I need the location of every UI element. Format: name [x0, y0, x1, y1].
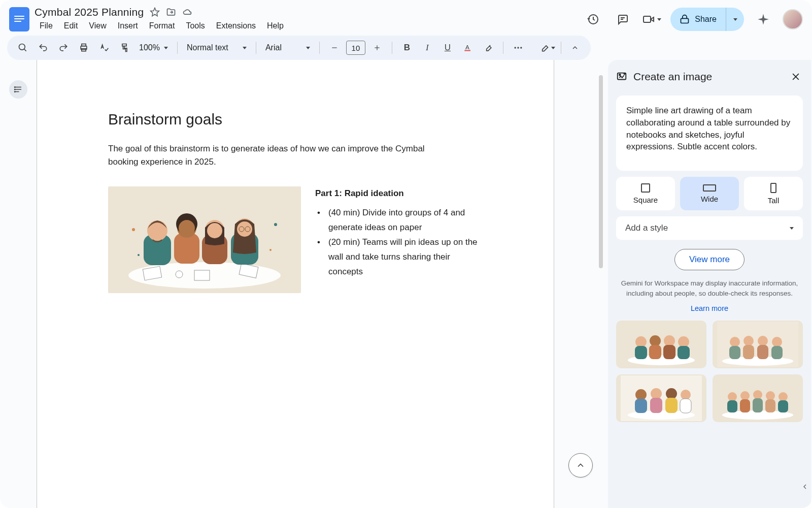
- menu-extensions[interactable]: Extensions: [211, 19, 261, 33]
- svg-point-46: [274, 223, 277, 226]
- svg-rect-66: [729, 346, 740, 359]
- meet-button[interactable]: [642, 13, 661, 25]
- scroll-to-top-button[interactable]: [568, 453, 593, 478]
- svg-point-59: [664, 335, 675, 346]
- document-title[interactable]: Cymbal 2025 Planning: [35, 6, 144, 18]
- menu-view[interactable]: View: [84, 19, 111, 33]
- aspect-wide[interactable]: Wide: [680, 177, 739, 210]
- inserted-image[interactable]: [108, 186, 301, 293]
- document-heading[interactable]: Brainstorm goals: [108, 111, 483, 128]
- menu-help[interactable]: Help: [262, 19, 289, 33]
- aspect-square[interactable]: Square: [616, 177, 675, 210]
- svg-point-69: [758, 336, 768, 346]
- svg-point-79: [666, 388, 677, 399]
- titlebar: Cymbal 2025 Planning File Edit View Inse…: [0, 0, 812, 36]
- cloud-status-icon[interactable]: [182, 7, 192, 17]
- document-intro[interactable]: The goal of this brainstorm is to genera…: [108, 142, 433, 168]
- scrollbar[interactable]: [599, 75, 603, 268]
- document-canvas[interactable]: Brainstorm goals The goal of this brains…: [37, 60, 605, 508]
- svg-marker-0: [151, 8, 159, 16]
- aspect-tall[interactable]: Tall: [744, 177, 803, 210]
- svg-rect-68: [743, 345, 754, 359]
- font-select[interactable]: Arial: [262, 43, 313, 52]
- text-color-icon[interactable]: A: [459, 39, 477, 56]
- share-button[interactable]: Share: [670, 8, 726, 31]
- menu-edit[interactable]: Edit: [59, 19, 83, 33]
- editing-mode-icon[interactable]: [538, 39, 556, 56]
- move-folder-icon[interactable]: [166, 7, 176, 17]
- history-icon[interactable]: [583, 9, 603, 29]
- suggestion-thumb[interactable]: [616, 374, 706, 422]
- svg-rect-58: [649, 345, 661, 359]
- font-size-input[interactable]: 10: [346, 41, 365, 55]
- list-item[interactable]: (20 min) Teams will pin ideas up on the …: [326, 235, 483, 279]
- bullet-list[interactable]: (40 min) Divide into groups of 4 and gen…: [315, 206, 483, 279]
- gemini-icon[interactable]: [753, 9, 773, 29]
- svg-point-18: [520, 47, 522, 48]
- menu-tools[interactable]: Tools: [181, 19, 210, 33]
- svg-point-57: [650, 335, 661, 346]
- svg-point-47: [269, 249, 272, 251]
- svg-rect-62: [678, 346, 690, 359]
- share-dropdown[interactable]: [726, 8, 744, 31]
- svg-rect-15: [464, 50, 470, 51]
- decrease-font-icon[interactable]: [326, 39, 343, 56]
- comments-icon[interactable]: [613, 9, 633, 29]
- menu-file[interactable]: File: [35, 19, 58, 33]
- menu-insert[interactable]: Insert: [113, 19, 143, 33]
- more-tools-icon[interactable]: [510, 39, 527, 56]
- bold-icon[interactable]: B: [398, 39, 416, 56]
- svg-rect-78: [650, 398, 662, 413]
- svg-rect-80: [665, 398, 678, 413]
- chevron-down-icon: [790, 227, 794, 230]
- suggestion-thumb[interactable]: [616, 321, 706, 368]
- prompt-textarea[interactable]: Simple line art drawing of a team collab…: [616, 96, 803, 171]
- svg-rect-76: [635, 399, 647, 413]
- create-image-panel: Create an image Simple line art drawing …: [608, 60, 811, 508]
- print-icon[interactable]: [75, 39, 92, 56]
- suggestion-thumb[interactable]: [713, 374, 803, 422]
- panel-title: Create an image: [633, 71, 783, 83]
- svg-point-71: [772, 337, 782, 347]
- svg-point-67: [743, 336, 754, 346]
- collapse-toolbar-icon[interactable]: [566, 39, 584, 56]
- suggestion-thumb[interactable]: [713, 321, 803, 368]
- paint-format-icon[interactable]: [116, 39, 133, 56]
- sidebar-collapse-icon[interactable]: [799, 481, 811, 493]
- svg-rect-92: [765, 399, 775, 412]
- svg-point-50: [619, 74, 621, 76]
- svg-point-6: [19, 44, 25, 50]
- docs-logo-icon[interactable]: [9, 7, 29, 31]
- highlight-icon[interactable]: [480, 39, 497, 56]
- menu-format[interactable]: Format: [144, 19, 180, 33]
- increase-font-icon[interactable]: [368, 39, 386, 56]
- svg-point-23: [15, 89, 16, 90]
- spellcheck-icon[interactable]: [95, 39, 113, 56]
- style-select[interactable]: Add a style: [616, 216, 803, 240]
- learn-more-link[interactable]: Learn more: [616, 304, 803, 312]
- undo-icon[interactable]: [35, 39, 52, 56]
- disclaimer-text: Gemini for Workspace may display inaccur…: [616, 278, 803, 298]
- view-more-button[interactable]: View more: [674, 249, 745, 270]
- redo-icon[interactable]: [55, 39, 72, 56]
- outline-toggle-icon[interactable]: [9, 80, 27, 99]
- underline-icon[interactable]: U: [439, 39, 456, 56]
- italic-icon[interactable]: I: [419, 39, 436, 56]
- zoom-select[interactable]: 100%: [136, 43, 171, 52]
- account-avatar[interactable]: [783, 9, 803, 29]
- close-icon[interactable]: [789, 70, 803, 84]
- list-item[interactable]: (40 min) Divide into groups of 4 and gen…: [326, 206, 483, 235]
- svg-rect-94: [778, 400, 788, 412]
- share-button-group: Share: [670, 8, 744, 31]
- search-icon[interactable]: [14, 39, 31, 56]
- star-icon[interactable]: [150, 7, 160, 17]
- svg-rect-90: [753, 398, 763, 412]
- svg-rect-88: [740, 399, 750, 412]
- paragraph-style-select[interactable]: Normal text: [184, 43, 250, 52]
- part-title[interactable]: Part 1: Rapid ideation: [315, 188, 483, 199]
- svg-point-55: [635, 336, 647, 347]
- svg-point-17: [517, 47, 519, 48]
- svg-point-65: [730, 337, 740, 347]
- aspect-ratio-group: Square Wide Tall: [616, 177, 803, 210]
- svg-rect-9: [82, 44, 86, 46]
